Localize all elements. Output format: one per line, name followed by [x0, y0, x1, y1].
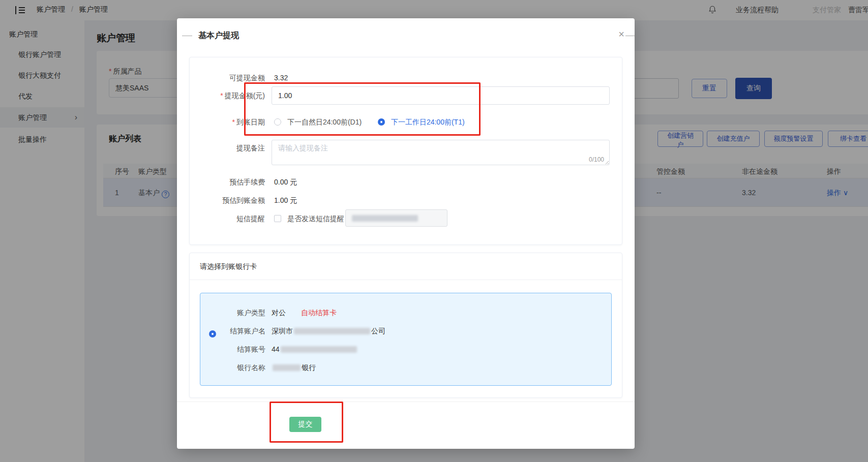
char-counter: 0/100: [589, 156, 604, 163]
required-marker: *: [220, 91, 223, 100]
bank-name-value: 银行: [272, 363, 316, 373]
arrival-date-label: *到账日期: [190, 118, 265, 127]
redacted-bank-name: [273, 364, 301, 371]
radio-option-t1[interactable]: 下一工作日24:00前(T1): [378, 118, 465, 127]
header-dash-right: [625, 36, 635, 36]
redacted-account-number: [281, 346, 357, 353]
arrival-amount-label: 预估到账金额: [190, 196, 265, 205]
redacted-account-name: [294, 328, 370, 334]
settlement-account-no-value: 44: [272, 345, 358, 353]
radio-t1-label: 下一工作日24:00前(T1): [391, 118, 465, 126]
remark-placeholder: 请输入提现备注: [278, 144, 328, 153]
redacted-phone-number: [352, 215, 418, 222]
remark-label: 提现备注: [190, 144, 265, 153]
fee-label: 预估手续费: [190, 178, 265, 187]
account-type-label: 账户类型: [200, 309, 265, 318]
close-icon[interactable]: ×: [615, 28, 627, 40]
bank-card-section: 请选择到账银行卡 账户类型 对公 自动结算卡 结算账户名 深圳市公司 结算账号 …: [189, 253, 622, 398]
arrival-amount-value: 1.00 元: [274, 196, 297, 205]
resize-handle[interactable]: [604, 160, 609, 164]
modal-title: 基本户提现: [198, 30, 239, 41]
radio-selected-icon[interactable]: [378, 118, 385, 126]
required-marker: *: [232, 118, 235, 126]
radio-unselected-icon[interactable]: [274, 118, 281, 126]
basic-account-withdraw-modal: 基本户提现 × 可提现金额 3.32 *提现金额(元) 1.00 *到账日期 下…: [177, 18, 635, 449]
auto-settlement-tag: 自动结算卡: [301, 309, 337, 318]
available-amount-label: 可提现金额: [190, 74, 265, 83]
remark-textarea[interactable]: 请输入提现备注 0/100: [272, 140, 610, 165]
bank-section-title: 请选择到账银行卡: [200, 262, 257, 271]
account-type-value: 对公: [272, 309, 286, 318]
fee-value: 0.00 元: [274, 178, 297, 187]
submit-button[interactable]: 提交: [289, 417, 321, 432]
sms-label: 短信提醒: [190, 214, 265, 224]
sms-checkbox-label: 是否发送短信提醒: [287, 214, 344, 223]
radio-d1-label: 下一自然日24:00前(D1): [287, 118, 362, 126]
settlement-account-no-label: 结算账号: [200, 345, 265, 354]
bank-name-label: 银行名称: [200, 363, 265, 373]
footer-divider: [177, 402, 635, 402]
withdraw-amount-input[interactable]: 1.00: [272, 86, 610, 105]
sms-checkbox-row: 是否发送短信提醒: [274, 214, 344, 224]
withdraw-amount-label: *提现金额(元): [190, 91, 265, 101]
sms-phone-input-disabled: [345, 209, 447, 227]
settlement-account-name-value: 深圳市公司: [272, 327, 385, 336]
radio-option-d1[interactable]: 下一自然日24:00前(D1): [274, 118, 362, 127]
sms-checkbox[interactable]: [274, 215, 281, 222]
available-amount-value: 3.32: [274, 74, 288, 82]
section-divider: [190, 280, 622, 280]
header-dash-left: [182, 36, 192, 36]
withdraw-form-card: 可提现金额 3.32 *提现金额(元) 1.00 *到账日期 下一自然日24:0…: [189, 57, 622, 245]
bank-card-option[interactable]: 账户类型 对公 自动结算卡 结算账户名 深圳市公司 结算账号 44 银行名称 银…: [200, 293, 612, 386]
settlement-account-name-label: 结算账户名: [200, 327, 265, 336]
